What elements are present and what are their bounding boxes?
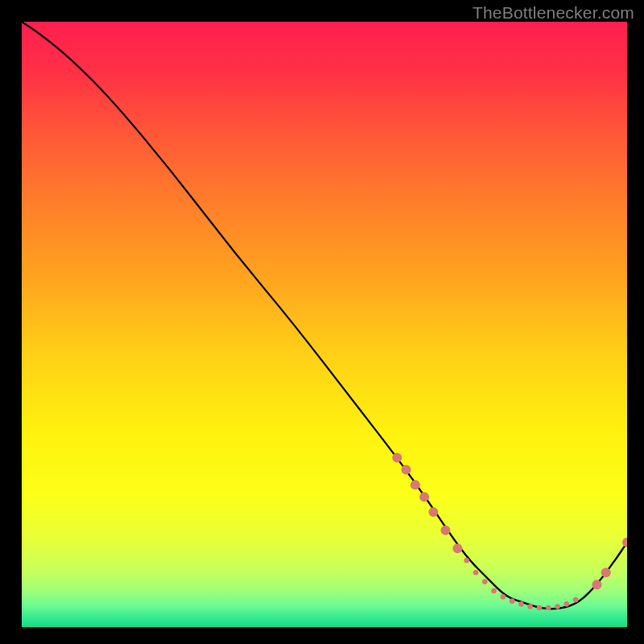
marker-point (402, 464, 411, 474)
marker-point (601, 568, 611, 577)
marker-point (464, 558, 469, 564)
marker-point (392, 452, 402, 462)
marker-point (452, 543, 462, 553)
chart-stage: TheBottlenecker.com (0, 0, 644, 644)
chart-background (22, 22, 627, 627)
marker-point (573, 597, 579, 603)
marker-point (592, 580, 601, 589)
marker-point (411, 480, 420, 489)
marker-point (546, 605, 551, 611)
marker-point (440, 526, 450, 535)
marker-point (501, 594, 506, 600)
marker-point (555, 604, 560, 609)
marker-point (518, 601, 524, 607)
marker-point (419, 492, 429, 502)
plot-area (22, 22, 627, 627)
marker-point (564, 601, 570, 607)
marker-point (527, 604, 533, 609)
chart-svg (22, 22, 627, 627)
marker-point (482, 579, 488, 584)
marker-point (510, 598, 515, 604)
marker-point (428, 507, 438, 517)
marker-point (537, 605, 543, 611)
marker-point (473, 570, 479, 576)
marker-point (491, 588, 497, 594)
watermark-text: TheBottlenecker.com (473, 3, 634, 23)
